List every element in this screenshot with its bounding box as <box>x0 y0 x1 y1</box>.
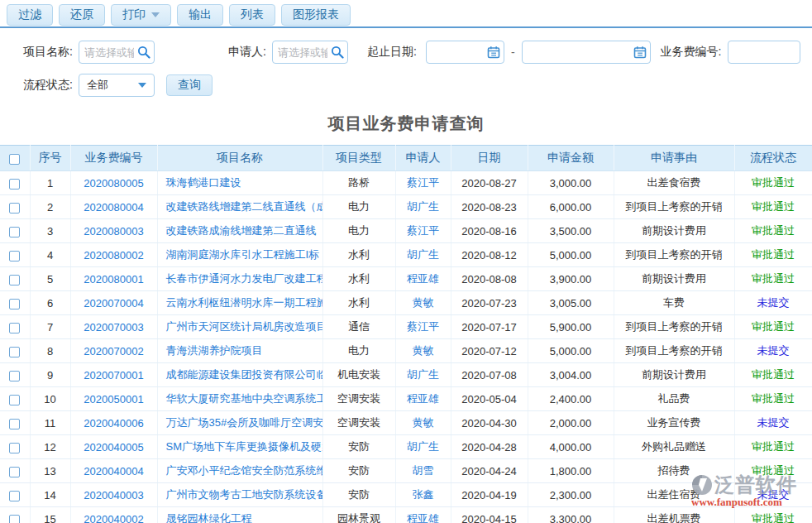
chart-report-button[interactable]: 图形报表 <box>281 4 351 26</box>
row-checkbox[interactable] <box>9 419 20 429</box>
applicant-link[interactable]: 程亚雄 <box>407 512 439 523</box>
cell-fee-no: 2020040002 <box>70 507 157 523</box>
fee-no-link[interactable]: 2020080004 <box>84 201 143 214</box>
row-checkbox[interactable] <box>9 227 20 238</box>
fee-no-link[interactable]: 2020080001 <box>84 273 143 285</box>
project-name-link[interactable]: 云南水利枢纽潜明水库一期工程施 <box>166 296 323 309</box>
cell-applicant: 程亚雄 <box>395 267 451 291</box>
applicant-link[interactable]: 蔡江平 <box>407 224 439 237</box>
applicant-link[interactable]: 蔡江平 <box>407 320 439 333</box>
search-icon[interactable] <box>137 46 150 59</box>
project-name-link[interactable]: 华软大厦研究基地中央空调系统工 <box>166 392 323 405</box>
search-icon[interactable] <box>331 46 344 59</box>
row-checkbox[interactable] <box>9 491 20 501</box>
date-to-input[interactable] <box>522 41 651 64</box>
row-checkbox[interactable] <box>9 251 20 262</box>
applicant-link[interactable]: 程亚雄 <box>407 272 439 285</box>
row-checkbox[interactable] <box>9 299 20 309</box>
cell-applicant: 胡广生 <box>395 195 451 219</box>
fee-no-link[interactable]: 2020070002 <box>84 345 143 357</box>
restore-button[interactable]: 还原 <box>59 4 105 26</box>
fee-no-link[interactable]: 2020040003 <box>84 489 143 501</box>
row-checkbox[interactable] <box>9 179 20 190</box>
applicant-link[interactable]: 胡广生 <box>407 440 439 453</box>
status-badge: 未提交 <box>757 488 790 501</box>
project-name-link[interactable]: 青海洪湖养护院项目 <box>166 344 263 357</box>
fee-no-link[interactable]: 2020040002 <box>84 513 143 523</box>
applicant-link[interactable]: 胡雪 <box>413 464 434 477</box>
cell-date: 2020-08-16 <box>451 219 528 243</box>
project-name-link[interactable]: 长春市伊通河水力发电厂改建工程 <box>166 272 323 285</box>
cell-seq: 2 <box>30 195 70 219</box>
row-checkbox[interactable] <box>9 203 20 214</box>
calendar-icon[interactable] <box>487 46 500 59</box>
applicant-link[interactable]: 黄敏 <box>413 296 434 309</box>
row-checkbox[interactable] <box>9 275 20 285</box>
process-status-select[interactable]: 全部 <box>79 74 155 97</box>
row-checkbox[interactable] <box>9 467 20 477</box>
calendar-icon[interactable] <box>633 46 647 59</box>
fee-no-input[interactable] <box>728 41 800 64</box>
project-name-link[interactable]: 改建铁路线增建第二线直通线（成 <box>166 200 323 213</box>
row-checkbox[interactable] <box>9 515 20 523</box>
export-button[interactable]: 输出 <box>177 4 223 26</box>
fee-no-link[interactable]: 2020070003 <box>84 321 143 333</box>
row-checkbox[interactable] <box>9 371 20 381</box>
applicant-link[interactable]: 张鑫 <box>413 488 434 501</box>
fee-no-link[interactable]: 2020070004 <box>84 297 143 309</box>
fee-no-link[interactable]: 2020050001 <box>84 393 143 405</box>
cell-reason: 出差住宿费 <box>614 483 734 507</box>
query-button[interactable]: 查询 <box>166 74 213 96</box>
project-name-link[interactable]: 广州市文物考古工地安防系统设备 <box>166 488 323 501</box>
fee-no-link[interactable]: 2020070001 <box>84 369 143 381</box>
cell-seq: 13 <box>30 459 70 483</box>
cell-amount: 2,400.00 <box>528 387 614 411</box>
project-name-link[interactable]: 珠海鹤港口建设 <box>166 176 241 189</box>
print-button[interactable]: 打印 <box>111 4 171 26</box>
restore-button-label: 还原 <box>70 7 93 22</box>
fee-no-link[interactable]: 2020040006 <box>84 417 143 429</box>
cell-amount: 1,800.00 <box>528 459 614 483</box>
cell-name: 广州市天河区统计局机房改造项目 <box>157 315 322 339</box>
fee-no-link[interactable]: 2020040004 <box>84 465 143 477</box>
cell-amount: 5,900.00 <box>528 315 614 339</box>
header-fee-no: 业务费编号 <box>70 146 157 171</box>
cell-checkbox <box>0 267 30 291</box>
row-checkbox[interactable] <box>9 395 20 405</box>
fee-no-link[interactable]: 2020040005 <box>84 441 143 453</box>
applicant-link[interactable]: 黄敏 <box>413 416 434 429</box>
select-all-checkbox[interactable] <box>9 154 20 165</box>
project-name-link[interactable]: 晟铭园林绿化工程 <box>166 512 252 523</box>
fee-no-link[interactable]: 2020080005 <box>84 177 143 190</box>
project-name-link[interactable]: 万达广场35#会所及咖啡厅空调安装 <box>166 416 323 429</box>
row-checkbox[interactable] <box>9 443 20 453</box>
header-project-type: 项目类型 <box>322 146 395 171</box>
project-name-link[interactable]: 广安邓小平纪念馆安全防范系统维 <box>166 464 323 477</box>
cell-type: 空调安装 <box>322 387 395 411</box>
fee-no-link[interactable]: 2020080002 <box>84 249 143 262</box>
project-name-link[interactable]: 湖南洞庭湖水库引水工程施工I标 <box>166 248 320 261</box>
cell-status: 审批通过 <box>734 507 812 523</box>
applicant-link[interactable]: 黄敏 <box>413 344 434 357</box>
filter-button[interactable]: 过滤 <box>7 4 53 26</box>
cell-seq: 1 <box>30 171 70 195</box>
row-checkbox[interactable] <box>9 323 20 333</box>
applicant-link[interactable]: 程亚雄 <box>407 392 439 405</box>
project-name-link[interactable]: 成都能源建设集团投资有限公司临 <box>166 368 323 381</box>
applicant-link[interactable]: 胡广生 <box>407 368 439 381</box>
project-name-link[interactable]: 广州市天河区统计局机房改造项目 <box>166 320 323 333</box>
applicant-link[interactable]: 蔡江平 <box>407 176 439 189</box>
print-button-label: 打印 <box>122 7 146 22</box>
applicant-link[interactable]: 胡广生 <box>407 200 439 213</box>
list-view-button[interactable]: 列表 <box>229 4 275 26</box>
project-name-link[interactable]: 改建铁路成渝线增建第二直通线（ <box>166 224 323 237</box>
applicant-link[interactable]: 胡广生 <box>407 248 439 261</box>
cell-seq: 11 <box>30 411 70 435</box>
row-checkbox[interactable] <box>9 347 20 357</box>
cell-status: 审批通过 <box>734 195 812 219</box>
cell-applicant: 蔡江平 <box>395 315 451 339</box>
fee-no-link[interactable]: 2020080003 <box>84 225 143 238</box>
cell-name: 广安邓小平纪念馆安全防范系统维 <box>157 459 322 483</box>
table-row: 12020080005珠海鹤港口建设路桥蔡江平2020-08-273,000.0… <box>0 171 812 195</box>
project-name-link[interactable]: SM广场地下车库更换摄像机及硬盘 <box>166 440 323 453</box>
